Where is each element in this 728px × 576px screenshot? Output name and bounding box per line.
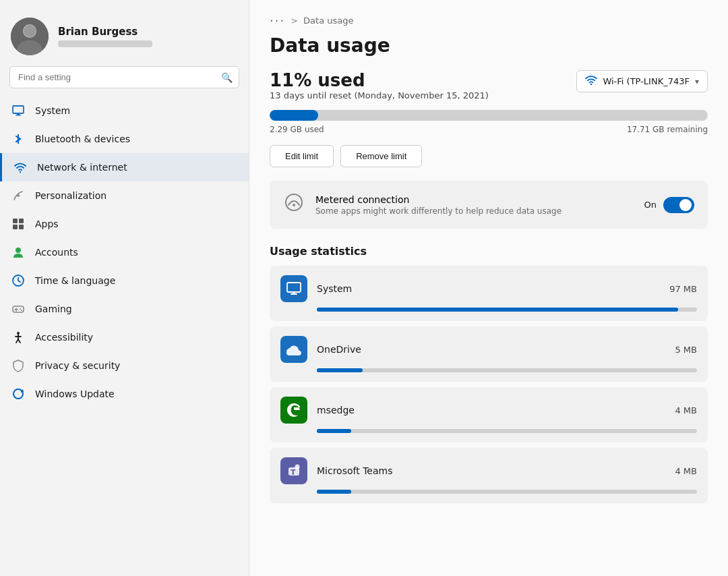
metered-connection-card: Metered connection Some apps might work … bbox=[270, 181, 708, 229]
main-content: ··· > Data usage Data usage 11% used 13 … bbox=[249, 0, 728, 576]
sidebar-item-bluetooth[interactable]: Bluetooth & devices bbox=[0, 125, 249, 153]
onedrive-bar bbox=[317, 368, 697, 372]
remove-limit-button[interactable]: Remove limit bbox=[340, 145, 422, 167]
sidebar-item-personalization-label: Personalization bbox=[35, 190, 107, 201]
breadcrumb-arrow: > bbox=[291, 16, 298, 26]
search-input[interactable] bbox=[9, 66, 239, 88]
profile-section: Brian Burgess bbox=[0, 11, 249, 66]
system-bar bbox=[317, 308, 697, 312]
sidebar-item-accounts-label: Accounts bbox=[35, 247, 78, 258]
breadcrumb: ··· > Data usage bbox=[270, 13, 708, 28]
teams-app-size: 4 MB bbox=[675, 466, 697, 476]
svg-rect-11 bbox=[13, 219, 18, 223]
msedge-bar bbox=[317, 429, 697, 433]
svg-rect-14 bbox=[19, 225, 24, 229]
sidebar-item-update[interactable]: Windows Update bbox=[0, 380, 249, 408]
search-box: 🔍 bbox=[9, 66, 239, 88]
chevron-down-icon: ▾ bbox=[695, 77, 699, 86]
svg-point-9 bbox=[20, 171, 21, 173]
svg-rect-7 bbox=[17, 113, 20, 115]
onedrive-bar-fill bbox=[317, 368, 363, 372]
svg-point-10 bbox=[17, 194, 20, 197]
app-card-msedge: msedge 4 MB bbox=[270, 387, 708, 442]
sidebar-item-accessibility[interactable]: Accessibility bbox=[0, 323, 249, 351]
search-icon: 🔍 bbox=[221, 72, 233, 83]
svg-rect-5 bbox=[13, 106, 24, 113]
sidebar-item-apps-label: Apps bbox=[35, 219, 59, 229]
onedrive-app-size: 5 MB bbox=[675, 345, 697, 355]
sidebar-item-privacy-label: Privacy & security bbox=[35, 360, 120, 371]
sidebar-item-gaming[interactable]: Gaming bbox=[0, 295, 249, 323]
personalization-icon bbox=[11, 188, 26, 203]
sidebar-item-privacy[interactable]: Privacy & security bbox=[0, 351, 249, 380]
system-bar-fill bbox=[317, 308, 678, 312]
svg-point-29 bbox=[293, 204, 295, 206]
svg-point-21 bbox=[21, 310, 22, 311]
reset-text: 13 days until reset (Monday, November 15… bbox=[270, 90, 489, 100]
msedge-app-size: 4 MB bbox=[675, 405, 697, 415]
svg-text:T: T bbox=[291, 468, 296, 477]
metered-text: Metered connection Some apps might work … bbox=[315, 194, 634, 216]
onedrive-app-icon bbox=[280, 336, 307, 363]
apps-icon bbox=[11, 217, 26, 231]
teams-bar bbox=[317, 490, 697, 494]
metered-toggle[interactable] bbox=[663, 197, 694, 213]
metered-toggle-area: On bbox=[644, 197, 694, 213]
time-icon bbox=[11, 273, 26, 288]
metered-title: Metered connection bbox=[315, 194, 634, 205]
stats-title: Usage statistics bbox=[270, 245, 708, 258]
svg-rect-17 bbox=[13, 306, 24, 312]
app-row-teams: T Microsoft Teams 4 MB bbox=[280, 457, 697, 484]
teams-app-name: Microsoft Teams bbox=[317, 465, 665, 476]
svg-point-28 bbox=[286, 194, 302, 210]
sidebar-item-time[interactable]: Time & language bbox=[0, 266, 249, 295]
app-row-system: System 97 MB bbox=[280, 275, 697, 302]
app-card-onedrive: OneDrive 5 MB bbox=[270, 326, 708, 382]
page-title: Data usage bbox=[270, 34, 708, 57]
breadcrumb-dots: ··· bbox=[270, 13, 285, 28]
sidebar-item-personalization[interactable]: Personalization bbox=[0, 181, 249, 210]
app-list: System 97 MB OneDrive 5 MB bbox=[270, 266, 708, 503]
breadcrumb-current: Data usage bbox=[303, 16, 353, 26]
system-icon bbox=[11, 103, 26, 118]
svg-rect-32 bbox=[293, 292, 295, 293]
sidebar-item-apps[interactable]: Apps bbox=[0, 210, 249, 238]
teams-app-icon: T bbox=[280, 457, 307, 484]
msedge-bar-fill bbox=[317, 429, 351, 433]
app-card-teams: T Microsoft Teams 4 MB bbox=[270, 448, 708, 503]
toggle-label: On bbox=[644, 200, 657, 210]
accessibility-icon bbox=[11, 330, 26, 345]
system-app-icon bbox=[280, 275, 307, 302]
usage-left: 11% used 13 days until reset (Monday, No… bbox=[270, 70, 489, 106]
sidebar-item-gaming-label: Gaming bbox=[35, 304, 72, 314]
svg-point-27 bbox=[590, 84, 593, 85]
sidebar-item-accessibility-label: Accessibility bbox=[35, 332, 93, 343]
usage-bar-fill bbox=[270, 110, 318, 121]
action-buttons: Edit limit Remove limit bbox=[270, 145, 708, 167]
svg-point-35 bbox=[295, 465, 300, 469]
sidebar-item-bluetooth-label: Bluetooth & devices bbox=[35, 134, 130, 144]
sidebar-item-network-label: Network & internet bbox=[37, 162, 127, 173]
wifi-dropdown[interactable]: Wi-Fi (TP-LINK_743F ▾ bbox=[576, 70, 708, 92]
usage-percent: 11% used bbox=[270, 70, 489, 90]
sidebar-item-system[interactable]: System bbox=[0, 96, 249, 125]
onedrive-app-name: OneDrive bbox=[317, 344, 665, 355]
gaming-icon bbox=[11, 301, 26, 316]
teams-bar-fill bbox=[317, 490, 351, 494]
system-app-name: System bbox=[317, 283, 660, 294]
system-app-size: 97 MB bbox=[669, 284, 697, 294]
sidebar-item-network[interactable]: Network & internet bbox=[0, 153, 249, 181]
svg-point-15 bbox=[16, 248, 21, 253]
usage-header: 11% used 13 days until reset (Monday, No… bbox=[270, 70, 708, 106]
sidebar-item-update-label: Windows Update bbox=[35, 388, 115, 399]
toggle-knob bbox=[679, 199, 692, 211]
sidebar-item-time-label: Time & language bbox=[35, 275, 115, 286]
edit-limit-button[interactable]: Edit limit bbox=[270, 145, 334, 167]
sidebar-item-accounts[interactable]: Accounts bbox=[0, 238, 249, 266]
svg-rect-13 bbox=[13, 225, 18, 229]
accounts-icon bbox=[11, 245, 26, 260]
msedge-app-icon bbox=[280, 397, 307, 424]
nav-list: System Bluetooth & devices bbox=[0, 96, 249, 576]
usage-labels: 2.29 GB used 17.71 GB remaining bbox=[270, 125, 708, 134]
app-row-msedge: msedge 4 MB bbox=[280, 397, 697, 424]
